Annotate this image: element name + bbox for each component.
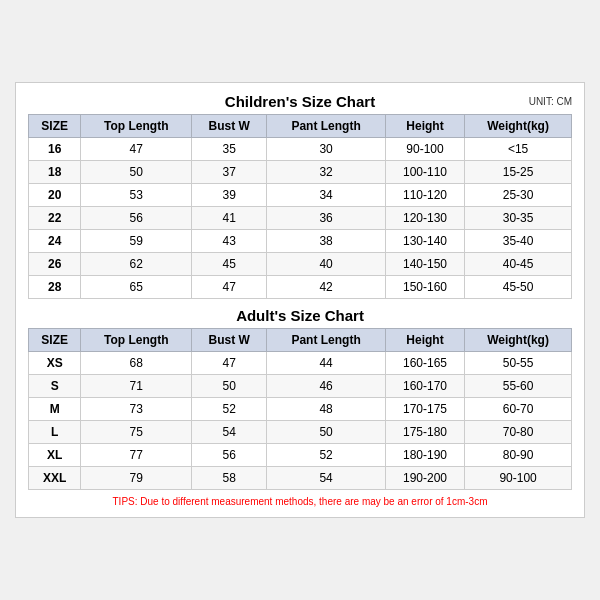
table-cell: 90-100 bbox=[385, 138, 464, 161]
unit-label: UNIT: CM bbox=[529, 96, 572, 107]
table-cell: 70-80 bbox=[465, 421, 572, 444]
table-cell: 180-190 bbox=[385, 444, 464, 467]
table-cell: 59 bbox=[81, 230, 192, 253]
table-cell: 25-30 bbox=[465, 184, 572, 207]
table-cell: 46 bbox=[267, 375, 386, 398]
table-cell: 77 bbox=[81, 444, 192, 467]
table-cell: 79 bbox=[81, 467, 192, 490]
table-cell: 62 bbox=[81, 253, 192, 276]
table-cell: 54 bbox=[192, 421, 267, 444]
table-row: 22564136120-13030-35 bbox=[29, 207, 572, 230]
table-cell: 50 bbox=[192, 375, 267, 398]
adults-col-toplength: Top Length bbox=[81, 329, 192, 352]
adults-title: Adult's Size Chart bbox=[236, 307, 364, 324]
table-cell: 38 bbox=[267, 230, 386, 253]
children-col-bustw: Bust W bbox=[192, 115, 267, 138]
children-header-row: SIZE Top Length Bust W Pant Length Heigh… bbox=[29, 115, 572, 138]
table-cell: 56 bbox=[81, 207, 192, 230]
adults-table: SIZE Top Length Bust W Pant Length Heigh… bbox=[28, 328, 572, 490]
table-row: 20533934110-12025-30 bbox=[29, 184, 572, 207]
table-cell: 150-160 bbox=[385, 276, 464, 299]
table-cell: 24 bbox=[29, 230, 81, 253]
table-cell: XL bbox=[29, 444, 81, 467]
table-cell: 55-60 bbox=[465, 375, 572, 398]
table-cell: 42 bbox=[267, 276, 386, 299]
table-cell: 60-70 bbox=[465, 398, 572, 421]
table-cell: 47 bbox=[192, 352, 267, 375]
table-cell: 50-55 bbox=[465, 352, 572, 375]
table-cell: 50 bbox=[81, 161, 192, 184]
table-cell: 130-140 bbox=[385, 230, 464, 253]
table-cell: 20 bbox=[29, 184, 81, 207]
adults-col-pantlength: Pant Length bbox=[267, 329, 386, 352]
adults-header-row: SIZE Top Length Bust W Pant Length Heigh… bbox=[29, 329, 572, 352]
table-cell: 43 bbox=[192, 230, 267, 253]
adults-col-weight: Weight(kg) bbox=[465, 329, 572, 352]
table-row: 18503732100-11015-25 bbox=[29, 161, 572, 184]
table-cell: 120-130 bbox=[385, 207, 464, 230]
table-cell: 47 bbox=[192, 276, 267, 299]
table-cell: XS bbox=[29, 352, 81, 375]
table-cell: 22 bbox=[29, 207, 81, 230]
table-cell: 32 bbox=[267, 161, 386, 184]
table-cell: 52 bbox=[267, 444, 386, 467]
table-row: XS684744160-16550-55 bbox=[29, 352, 572, 375]
table-cell: 68 bbox=[81, 352, 192, 375]
table-row: L755450175-18070-80 bbox=[29, 421, 572, 444]
table-cell: 28 bbox=[29, 276, 81, 299]
adults-title-row: Adult's Size Chart bbox=[28, 307, 572, 324]
table-cell: 170-175 bbox=[385, 398, 464, 421]
children-col-weight: Weight(kg) bbox=[465, 115, 572, 138]
table-cell: 80-90 bbox=[465, 444, 572, 467]
table-cell: XXL bbox=[29, 467, 81, 490]
table-cell: 45-50 bbox=[465, 276, 572, 299]
table-cell: 175-180 bbox=[385, 421, 464, 444]
table-cell: 40-45 bbox=[465, 253, 572, 276]
children-col-toplength: Top Length bbox=[81, 115, 192, 138]
table-cell: 71 bbox=[81, 375, 192, 398]
table-row: XL775652180-19080-90 bbox=[29, 444, 572, 467]
table-cell: M bbox=[29, 398, 81, 421]
table-cell: 54 bbox=[267, 467, 386, 490]
table-row: 1647353090-100<15 bbox=[29, 138, 572, 161]
children-col-size: SIZE bbox=[29, 115, 81, 138]
adults-col-bustw: Bust W bbox=[192, 329, 267, 352]
table-cell: 160-170 bbox=[385, 375, 464, 398]
chart-container: Children's Size Chart UNIT: CM SIZE Top … bbox=[15, 82, 585, 518]
table-row: S715046160-17055-60 bbox=[29, 375, 572, 398]
table-row: 26624540140-15040-45 bbox=[29, 253, 572, 276]
children-table: SIZE Top Length Bust W Pant Length Heigh… bbox=[28, 114, 572, 299]
table-cell: 53 bbox=[81, 184, 192, 207]
table-cell: 100-110 bbox=[385, 161, 464, 184]
table-cell: 36 bbox=[267, 207, 386, 230]
children-title-row: Children's Size Chart UNIT: CM bbox=[28, 93, 572, 110]
table-cell: 40 bbox=[267, 253, 386, 276]
table-cell: 30-35 bbox=[465, 207, 572, 230]
table-cell: 190-200 bbox=[385, 467, 464, 490]
children-col-pantlength: Pant Length bbox=[267, 115, 386, 138]
table-row: XXL795854190-20090-100 bbox=[29, 467, 572, 490]
table-cell: L bbox=[29, 421, 81, 444]
table-cell: 56 bbox=[192, 444, 267, 467]
table-cell: 35-40 bbox=[465, 230, 572, 253]
table-row: 28654742150-16045-50 bbox=[29, 276, 572, 299]
children-col-height: Height bbox=[385, 115, 464, 138]
table-cell: 73 bbox=[81, 398, 192, 421]
table-cell: 52 bbox=[192, 398, 267, 421]
table-cell: 65 bbox=[81, 276, 192, 299]
adults-col-size: SIZE bbox=[29, 329, 81, 352]
table-cell: 44 bbox=[267, 352, 386, 375]
table-row: 24594338130-14035-40 bbox=[29, 230, 572, 253]
adults-col-height: Height bbox=[385, 329, 464, 352]
table-cell: 30 bbox=[267, 138, 386, 161]
table-cell: 34 bbox=[267, 184, 386, 207]
table-cell: 37 bbox=[192, 161, 267, 184]
table-cell: 110-120 bbox=[385, 184, 464, 207]
table-cell: <15 bbox=[465, 138, 572, 161]
table-cell: 90-100 bbox=[465, 467, 572, 490]
table-cell: 75 bbox=[81, 421, 192, 444]
table-cell: 39 bbox=[192, 184, 267, 207]
table-cell: 48 bbox=[267, 398, 386, 421]
table-cell: S bbox=[29, 375, 81, 398]
tips-text: TIPS: Due to different measurement metho… bbox=[28, 496, 572, 507]
